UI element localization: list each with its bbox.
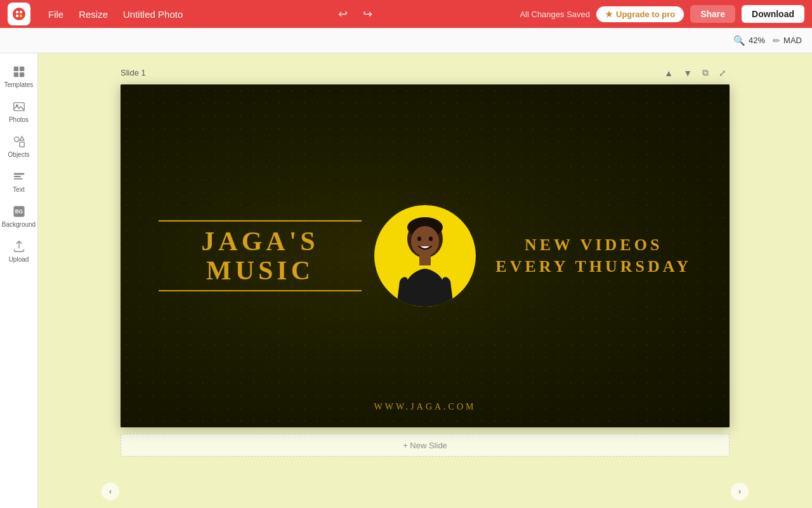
- svg-rect-2: [20, 11, 22, 13]
- objects-icon: [12, 135, 26, 149]
- slide-down-button[interactable]: ▼: [680, 67, 695, 79]
- svg-rect-5: [13, 67, 18, 71]
- svg-point-22: [417, 237, 421, 241]
- svg-rect-1: [16, 11, 18, 13]
- photos-label: Photos: [9, 116, 29, 123]
- background-label: Background: [2, 221, 36, 228]
- pencil-icon: ✏: [773, 36, 780, 46]
- svg-rect-3: [16, 15, 18, 17]
- redo-button[interactable]: ↪: [358, 4, 377, 23]
- sidebar-item-objects[interactable]: Objects: [2, 130, 36, 162]
- app-logo: [8, 3, 30, 25]
- saved-status: All Changes Saved: [520, 10, 590, 19]
- svg-point-21: [411, 226, 439, 257]
- topbar-right: All Changes Saved ★ Upgrade to pro Share…: [520, 5, 804, 23]
- mode-label[interactable]: ✏ MAD: [773, 36, 802, 46]
- zoom-value: 42%: [749, 36, 765, 45]
- slide-up-button[interactable]: ▲: [661, 67, 676, 79]
- slide-main-title[interactable]: JAGA'S MUSIC: [159, 220, 362, 291]
- slide-url[interactable]: WWW.JAGA.COM: [374, 402, 476, 412]
- svg-rect-6: [19, 67, 23, 71]
- zoom-control[interactable]: 🔍 42%: [733, 35, 765, 46]
- photos-icon: [12, 100, 26, 114]
- resize-menu[interactable]: Resize: [71, 6, 115, 22]
- canvas-area: Slide 1 ▲ ▼ ⧉ ⤢ JAGA'S MUSIC: [38, 53, 812, 508]
- slide-right-text: NEW VIDEOS EVERY THURSDAY: [495, 234, 691, 277]
- sidebar-item-templates[interactable]: Templates: [2, 60, 36, 92]
- slide-label: Slide 1: [121, 68, 146, 77]
- background-icon: BG: [12, 204, 26, 218]
- slide-avatar-circle: [374, 205, 476, 307]
- slide-duplicate-button[interactable]: ⧉: [699, 66, 712, 79]
- svg-rect-13: [13, 173, 24, 175]
- undo-button[interactable]: ↩: [333, 4, 353, 23]
- svg-rect-8: [19, 72, 23, 77]
- slide-canvas[interactable]: JAGA'S MUSIC: [121, 84, 730, 427]
- avatar-person: [384, 215, 466, 307]
- slide-nav-left[interactable]: ‹: [102, 483, 119, 500]
- slide-right-line1: NEW VIDEOS EVERY THURSDAY: [495, 234, 691, 277]
- svg-rect-24: [419, 255, 431, 265]
- svg-point-0: [13, 8, 25, 20]
- topbar-center: ↩ ↪: [190, 4, 520, 23]
- slide-left-text: JAGA'S MUSIC: [159, 220, 362, 291]
- share-button[interactable]: Share: [690, 5, 735, 23]
- star-icon: ★: [605, 10, 613, 19]
- grid-icon: [12, 65, 26, 79]
- slide-nav-right[interactable]: ›: [731, 483, 749, 500]
- download-button[interactable]: Download: [742, 5, 804, 23]
- slide-expand-button[interactable]: ⤢: [716, 67, 730, 79]
- upload-label: Upload: [9, 256, 29, 263]
- sidebar-item-background[interactable]: BG Background: [2, 199, 36, 232]
- svg-text:BG: BG: [15, 209, 22, 215]
- sidebar: Templates Photos Objects T: [0, 53, 38, 508]
- svg-point-23: [429, 237, 433, 241]
- templates-label: Templates: [4, 81, 34, 88]
- sidebar-item-text[interactable]: Text: [2, 164, 36, 197]
- zoom-icon: 🔍: [733, 35, 745, 46]
- new-slide-bar[interactable]: + New Slide: [121, 434, 730, 457]
- mad-text: MAD: [783, 36, 802, 45]
- svg-rect-9: [13, 103, 24, 111]
- objects-label: Objects: [8, 151, 30, 158]
- slide-controls: ▲ ▼ ⧉ ⤢: [661, 66, 730, 79]
- topbar: File Resize Untitled Photo ↩ ↪ All Chang…: [0, 0, 812, 28]
- svg-point-11: [14, 137, 18, 142]
- slide-header: Slide 1 ▲ ▼ ⧉ ⤢: [121, 66, 730, 79]
- upload-icon: [12, 239, 26, 253]
- svg-rect-14: [13, 176, 20, 177]
- text-label: Text: [13, 186, 24, 193]
- svg-rect-12: [19, 142, 23, 147]
- svg-rect-15: [13, 178, 22, 180]
- svg-rect-7: [13, 72, 18, 77]
- sidebar-item-photos[interactable]: Photos: [2, 95, 36, 127]
- zoombar: 🔍 42% ✏ MAD: [0, 28, 812, 53]
- slide-avatar-container[interactable]: [374, 205, 476, 307]
- upgrade-button[interactable]: ★ Upgrade to pro: [596, 6, 684, 22]
- main-layout: Templates Photos Objects T: [0, 53, 812, 508]
- sidebar-item-upload[interactable]: Upload: [2, 234, 36, 267]
- document-title[interactable]: Untitled Photo: [115, 6, 190, 22]
- svg-rect-4: [20, 15, 22, 17]
- text-icon: [12, 170, 26, 184]
- file-menu[interactable]: File: [41, 6, 71, 22]
